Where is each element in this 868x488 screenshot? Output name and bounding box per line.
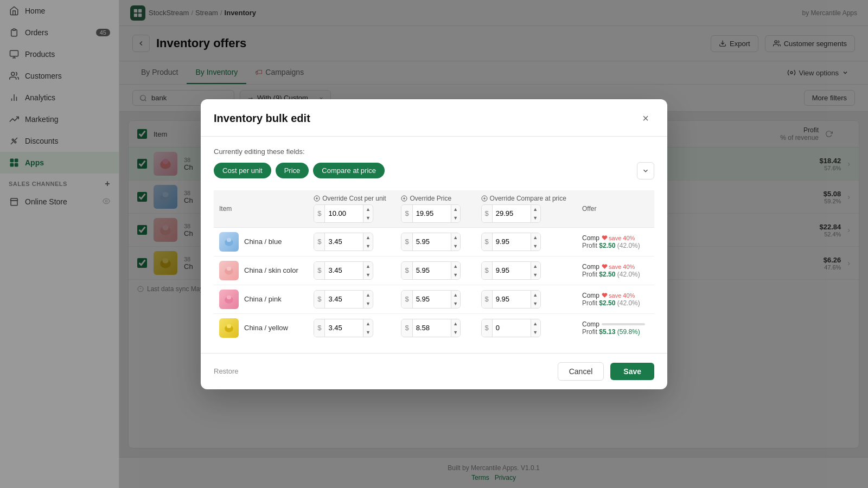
row-price-input-blue[interactable]: $ ▲ ▼ (401, 233, 461, 251)
col-offer-th: Offer (577, 190, 654, 228)
svg-point-47 (227, 237, 231, 241)
modal-footer: Restore Cancel Save (201, 353, 667, 389)
header-cost-input[interactable]: $ ▲ ▼ (314, 204, 373, 223)
svg-point-49 (227, 266, 231, 270)
spin-down[interactable]: ▼ (531, 242, 540, 251)
spin-down[interactable]: ▼ (451, 328, 460, 337)
modal-body: Currently editing these fields: Cost per… (201, 137, 667, 353)
modal-title: Inventory bulk edit (214, 112, 310, 125)
bulk-row-yellow: China / yellow $ ▲ ▼ (214, 313, 654, 342)
offer-cell-skin: Comp save 40% Profit $2.50 (42.0%) (577, 256, 654, 285)
spin-down[interactable]: ▼ (363, 271, 372, 279)
spin-up[interactable]: ▲ (451, 262, 460, 271)
spin-down[interactable]: ▼ (531, 328, 540, 337)
header-price-input[interactable]: $ ▲ ▼ (401, 204, 461, 223)
spin-down[interactable]: ▼ (531, 214, 540, 222)
spin-up[interactable]: ▲ (531, 291, 540, 299)
row-cost-input-pink[interactable]: $ ▲ ▼ (314, 290, 373, 309)
bulk-row-pink: China / pink $ ▲ ▼ (214, 285, 654, 313)
spin-down[interactable]: ▼ (451, 299, 460, 308)
item-thumb-yellow (219, 318, 239, 338)
spin-up[interactable]: ▲ (531, 262, 540, 271)
row-compare-input-yellow[interactable]: $ ▲ ▼ (481, 319, 541, 337)
spin-up[interactable]: ▲ (451, 233, 460, 242)
pill-price[interactable]: Price (276, 163, 309, 178)
item-thumb-blue (219, 232, 239, 252)
item-thumb-pink (219, 290, 239, 309)
spin-down[interactable]: ▼ (451, 214, 460, 222)
spin-down[interactable]: ▼ (363, 328, 372, 337)
spin-up[interactable]: ▲ (451, 319, 460, 328)
offer-cell-yellow: Comp Profit $5.13 (59.8%) (577, 313, 654, 342)
header-compare-input[interactable]: $ ▲ ▼ (481, 204, 541, 223)
row-compare-input-blue[interactable]: $ ▲ ▼ (481, 233, 541, 251)
pills-dropdown[interactable] (637, 162, 654, 179)
offer-cell-pink: Comp save 40% Profit $2.50 (42.0%) (577, 285, 654, 313)
spin-up[interactable]: ▲ (363, 262, 372, 271)
spin-up[interactable]: ▲ (363, 233, 372, 242)
row-price-input-yellow[interactable]: $ ▲ ▼ (401, 319, 461, 337)
editing-label: Currently editing these fields: (214, 147, 654, 156)
bulk-row-skin: China / skin color $ ▲ ▼ (214, 256, 654, 285)
row-compare-input-pink[interactable]: $ ▲ ▼ (481, 290, 541, 309)
row-cost-input-yellow[interactable]: $ ▲ ▼ (314, 319, 373, 337)
spin-down[interactable]: ▼ (451, 242, 460, 251)
modal-close-button[interactable]: × (637, 110, 654, 127)
offer-cell-blue: Comp save 40% Profit $2.50 (42.0%) (577, 227, 654, 256)
spin-up[interactable]: ▲ (451, 205, 460, 214)
row-compare-input-skin[interactable]: $ ▲ ▼ (481, 261, 541, 280)
save-button[interactable]: Save (610, 363, 654, 380)
row-cost-input-skin[interactable]: $ ▲ ▼ (314, 261, 373, 280)
field-pills: Cost per unit Price Compare at price (214, 162, 654, 179)
pill-cost[interactable]: Cost per unit (214, 163, 271, 178)
row-price-input-pink[interactable]: $ ▲ ▼ (401, 290, 461, 309)
col-item-th: Item (214, 190, 308, 228)
spin-up[interactable]: ▲ (531, 205, 540, 214)
comp-bar (602, 323, 645, 325)
modal-overlay: Inventory bulk edit × Currently editing … (0, 0, 868, 488)
spin-up[interactable]: ▲ (363, 205, 372, 214)
spin-down[interactable]: ▼ (363, 214, 372, 222)
spin-down[interactable]: ▼ (531, 299, 540, 308)
bulk-edit-table: Item Override Cost per unit $ (214, 190, 654, 342)
svg-point-53 (227, 324, 231, 328)
row-price-input-skin[interactable]: $ ▲ ▼ (401, 261, 461, 280)
spin-down[interactable]: ▼ (363, 242, 372, 251)
col-compare-th: Override Compare at price $ ▲ ▼ (476, 190, 577, 228)
spin-up[interactable]: ▲ (363, 291, 372, 299)
spin-up[interactable]: ▲ (363, 319, 372, 328)
bulk-row-blue: China / blue $ ▲ ▼ (214, 227, 654, 256)
col-price-th: Override Price $ ▲ ▼ (395, 190, 475, 228)
bulk-edit-modal: Inventory bulk edit × Currently editing … (201, 99, 667, 389)
modal-header: Inventory bulk edit × (201, 99, 667, 137)
pill-compare[interactable]: Compare at price (313, 163, 385, 178)
spin-down[interactable]: ▼ (531, 271, 540, 279)
svg-point-51 (227, 295, 231, 299)
spin-down[interactable]: ▼ (451, 271, 460, 279)
spin-down[interactable]: ▼ (363, 299, 372, 308)
spin-up[interactable]: ▲ (531, 319, 540, 328)
spin-up[interactable]: ▲ (451, 291, 460, 299)
cancel-button[interactable]: Cancel (558, 362, 604, 381)
spin-up[interactable]: ▲ (531, 233, 540, 242)
item-thumb-skin (219, 261, 239, 280)
row-cost-input-blue[interactable]: $ ▲ ▼ (314, 233, 373, 251)
restore-button[interactable]: Restore (214, 367, 239, 375)
col-cost-th: Override Cost per unit $ ▲ ▼ (308, 190, 395, 228)
